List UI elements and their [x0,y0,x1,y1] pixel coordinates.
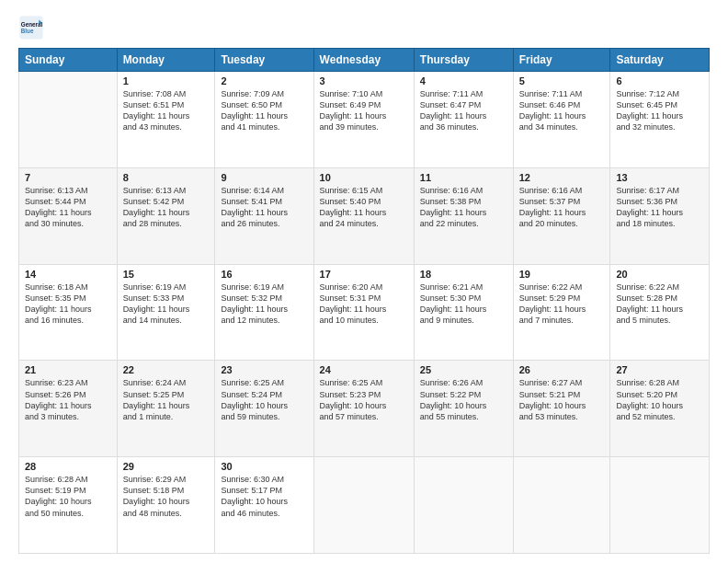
day-info: Sunrise: 6:22 AM Sunset: 5:28 PM Dayligh… [616,282,703,327]
weekday-header-tuesday: Tuesday [215,49,313,72]
day-number: 14 [25,269,111,280]
day-info: Sunrise: 6:25 AM Sunset: 5:23 PM Dayligh… [320,377,408,422]
day-info: Sunrise: 6:19 AM Sunset: 5:33 PM Dayligh… [123,282,210,327]
day-info: Sunrise: 7:11 AM Sunset: 6:47 PM Dayligh… [420,88,507,133]
logo-icon: General Blue [18,15,44,40]
day-number: 5 [519,75,605,86]
calendar-cell: 15Sunrise: 6:19 AM Sunset: 5:33 PM Dayli… [117,264,215,361]
weekday-header-wednesday: Wednesday [313,49,414,72]
day-number: 24 [320,364,408,375]
day-info: Sunrise: 6:16 AM Sunset: 5:38 PM Dayligh… [420,185,507,230]
day-number: 1 [123,75,210,86]
calendar-cell [313,457,414,554]
calendar-cell: 19Sunrise: 6:22 AM Sunset: 5:29 PM Dayli… [513,264,610,361]
day-info: Sunrise: 6:14 AM Sunset: 5:41 PM Dayligh… [221,185,307,230]
day-info: Sunrise: 6:17 AM Sunset: 5:36 PM Dayligh… [616,185,703,230]
calendar-cell: 7Sunrise: 6:13 AM Sunset: 5:44 PM Daylig… [19,167,118,264]
day-info: Sunrise: 6:23 AM Sunset: 5:26 PM Dayligh… [25,377,111,422]
calendar-table: SundayMondayTuesdayWednesdayThursdayFrid… [18,48,710,554]
calendar-cell [414,457,513,554]
svg-text:Blue: Blue [21,28,34,34]
day-info: Sunrise: 6:29 AM Sunset: 5:18 PM Dayligh… [123,474,210,519]
day-info: Sunrise: 6:13 AM Sunset: 5:44 PM Dayligh… [25,185,111,230]
calendar-cell [19,72,118,168]
day-info: Sunrise: 6:20 AM Sunset: 5:31 PM Dayligh… [320,282,408,327]
day-info: Sunrise: 6:13 AM Sunset: 5:42 PM Dayligh… [123,185,210,230]
calendar-cell: 2Sunrise: 7:09 AM Sunset: 6:50 PM Daylig… [215,72,313,168]
day-number: 21 [25,364,111,375]
weekday-header-sunday: Sunday [19,49,118,72]
day-info: Sunrise: 6:30 AM Sunset: 5:17 PM Dayligh… [221,474,307,519]
day-number: 27 [616,364,703,375]
day-info: Sunrise: 6:18 AM Sunset: 5:35 PM Dayligh… [25,282,111,327]
calendar-cell [513,457,610,554]
day-number: 12 [519,172,605,183]
calendar-cell: 23Sunrise: 6:25 AM Sunset: 5:24 PM Dayli… [215,361,313,457]
calendar-cell: 16Sunrise: 6:19 AM Sunset: 5:32 PM Dayli… [215,264,313,361]
day-number: 17 [320,269,408,280]
calendar-cell: 14Sunrise: 6:18 AM Sunset: 5:35 PM Dayli… [19,264,118,361]
calendar-cell: 29Sunrise: 6:29 AM Sunset: 5:18 PM Dayli… [117,457,215,554]
day-info: Sunrise: 6:26 AM Sunset: 5:22 PM Dayligh… [420,377,507,422]
calendar-cell: 8Sunrise: 6:13 AM Sunset: 5:42 PM Daylig… [117,167,215,264]
day-number: 11 [420,172,507,183]
day-number: 8 [123,172,210,183]
calendar-cell: 9Sunrise: 6:14 AM Sunset: 5:41 PM Daylig… [215,167,313,264]
day-number: 18 [420,269,507,280]
day-number: 22 [123,364,210,375]
day-info: Sunrise: 6:19 AM Sunset: 5:32 PM Dayligh… [221,282,307,327]
day-info: Sunrise: 7:08 AM Sunset: 6:51 PM Dayligh… [123,88,210,133]
day-number: 2 [221,75,307,86]
day-number: 15 [123,269,210,280]
day-number: 16 [221,269,307,280]
calendar-cell [610,457,710,554]
calendar-cell: 13Sunrise: 6:17 AM Sunset: 5:36 PM Dayli… [610,167,710,264]
day-number: 7 [25,172,111,183]
day-info: Sunrise: 6:15 AM Sunset: 5:40 PM Dayligh… [320,185,408,230]
calendar-cell: 25Sunrise: 6:26 AM Sunset: 5:22 PM Dayli… [414,361,513,457]
calendar-cell: 24Sunrise: 6:25 AM Sunset: 5:23 PM Dayli… [313,361,414,457]
calendar-cell: 1Sunrise: 7:08 AM Sunset: 6:51 PM Daylig… [117,72,215,168]
weekday-header-friday: Friday [513,49,610,72]
calendar-cell: 26Sunrise: 6:27 AM Sunset: 5:21 PM Dayli… [513,361,610,457]
day-number: 10 [320,172,408,183]
day-info: Sunrise: 6:24 AM Sunset: 5:25 PM Dayligh… [123,377,210,422]
day-info: Sunrise: 6:25 AM Sunset: 5:24 PM Dayligh… [221,377,307,422]
day-info: Sunrise: 6:28 AM Sunset: 5:20 PM Dayligh… [616,377,703,422]
day-number: 30 [221,461,307,472]
calendar-cell: 11Sunrise: 6:16 AM Sunset: 5:38 PM Dayli… [414,167,513,264]
page-header: General Blue [18,15,710,40]
day-info: Sunrise: 7:10 AM Sunset: 6:49 PM Dayligh… [320,88,408,133]
calendar-cell: 28Sunrise: 6:28 AM Sunset: 5:19 PM Dayli… [19,457,118,554]
day-number: 13 [616,172,703,183]
calendar-cell: 4Sunrise: 7:11 AM Sunset: 6:47 PM Daylig… [414,72,513,168]
calendar-cell: 18Sunrise: 6:21 AM Sunset: 5:30 PM Dayli… [414,264,513,361]
day-info: Sunrise: 6:28 AM Sunset: 5:19 PM Dayligh… [25,474,111,519]
day-number: 6 [616,75,703,86]
calendar-cell: 30Sunrise: 6:30 AM Sunset: 5:17 PM Dayli… [215,457,313,554]
day-info: Sunrise: 6:22 AM Sunset: 5:29 PM Dayligh… [519,282,605,327]
day-info: Sunrise: 7:11 AM Sunset: 6:46 PM Dayligh… [519,88,605,133]
day-number: 9 [221,172,307,183]
day-number: 3 [320,75,408,86]
weekday-header-thursday: Thursday [414,49,513,72]
logo: General Blue [18,15,48,40]
day-info: Sunrise: 7:09 AM Sunset: 6:50 PM Dayligh… [221,88,307,133]
day-number: 25 [420,364,507,375]
day-number: 28 [25,461,111,472]
calendar-cell: 27Sunrise: 6:28 AM Sunset: 5:20 PM Dayli… [610,361,710,457]
calendar-cell: 21Sunrise: 6:23 AM Sunset: 5:26 PM Dayli… [19,361,118,457]
day-number: 4 [420,75,507,86]
weekday-header-saturday: Saturday [610,49,710,72]
day-info: Sunrise: 6:27 AM Sunset: 5:21 PM Dayligh… [519,377,605,422]
day-number: 29 [123,461,210,472]
day-info: Sunrise: 6:21 AM Sunset: 5:30 PM Dayligh… [420,282,507,327]
calendar-cell: 3Sunrise: 7:10 AM Sunset: 6:49 PM Daylig… [313,72,414,168]
day-number: 23 [221,364,307,375]
day-info: Sunrise: 6:16 AM Sunset: 5:37 PM Dayligh… [519,185,605,230]
calendar-cell: 10Sunrise: 6:15 AM Sunset: 5:40 PM Dayli… [313,167,414,264]
calendar-cell: 22Sunrise: 6:24 AM Sunset: 5:25 PM Dayli… [117,361,215,457]
weekday-header-monday: Monday [117,49,215,72]
calendar-cell: 17Sunrise: 6:20 AM Sunset: 5:31 PM Dayli… [313,264,414,361]
day-number: 20 [616,269,703,280]
